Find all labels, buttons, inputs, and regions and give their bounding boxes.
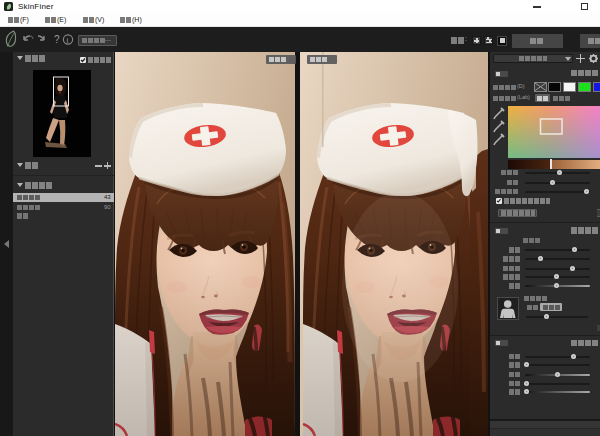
- svg-text:?: ?: [54, 34, 60, 45]
- svg-text:i: i: [67, 36, 69, 45]
